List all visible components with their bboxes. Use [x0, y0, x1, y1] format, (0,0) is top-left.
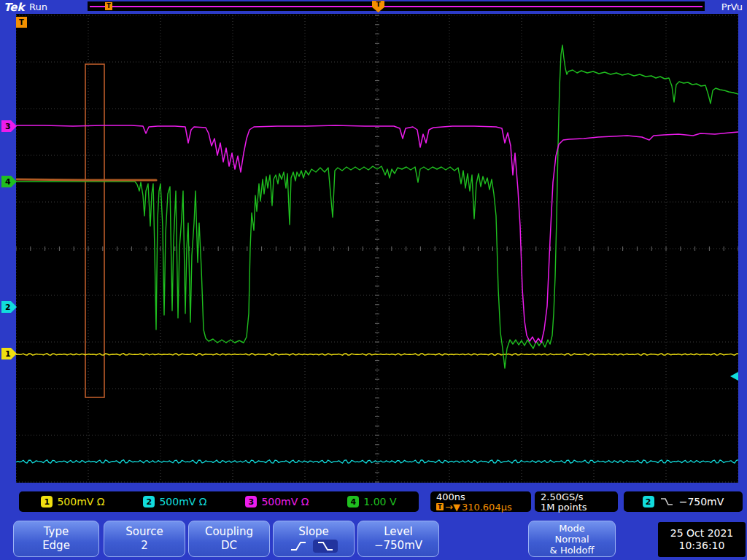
trigger-indicator-icon: T — [16, 17, 27, 28]
ch4-scale: 1.00 V — [363, 496, 396, 508]
ch3-badge: 3 — [245, 496, 257, 508]
falling-edge-icon — [317, 540, 334, 552]
zoom-window-box — [85, 64, 104, 397]
ch4-readout: 4 1.00 V — [347, 496, 396, 508]
acquisition-mode-label: PrVu — [721, 1, 743, 12]
ch2-badge: 2 — [143, 496, 155, 508]
coupling-title: Coupling — [205, 525, 253, 539]
slope-options — [290, 540, 338, 553]
ch1-scale: 500mV Ω — [57, 496, 104, 508]
waveform-display — [16, 14, 738, 483]
ch4-badge: 4 — [347, 496, 359, 508]
slope-selected — [313, 540, 338, 553]
level-value: −750mV — [374, 539, 422, 553]
oscilloscope-frame: Tek Run T T PrVu 1 500mV Ω 2 500mV Ω 3 5… — [0, 0, 747, 560]
ch2-trace — [16, 460, 738, 464]
ch3-readout: 3 500mV Ω — [245, 496, 309, 508]
falling-edge-icon — [660, 497, 673, 507]
ch3-scale: 500mV Ω — [261, 496, 309, 508]
type-title: Type — [44, 525, 69, 539]
timebase-value: 400ns — [436, 492, 465, 502]
menu-button-slope[interactable]: Slope — [273, 521, 355, 557]
menu-button-level[interactable]: Level −750mV — [357, 521, 439, 557]
date-value: 25 Oct 2021 — [670, 527, 734, 540]
channel-3-position-marker: 3 — [1, 120, 17, 132]
record-trigger-flag-icon: T — [105, 2, 112, 10]
level-title: Level — [384, 525, 413, 539]
record-view-strip: T — [88, 1, 705, 11]
trigger-position-value: 310.604µs — [462, 502, 512, 512]
channel-4-position-marker: 4 — [1, 176, 17, 187]
record-length-value: 1M points — [541, 502, 587, 512]
acquisition-status: Run — [29, 1, 47, 12]
coupling-value: DC — [221, 539, 237, 553]
menu-button-type[interactable]: Type Edge — [13, 521, 99, 557]
acquisition-readout: 2.50GS/s 1M points — [535, 491, 618, 512]
mode-value2: & Holdoff — [550, 545, 595, 556]
ch2-scale: 500mV Ω — [159, 496, 206, 508]
ch1-readout: 1 500mV Ω — [41, 496, 104, 508]
menu-button-coupling[interactable]: Coupling DC — [188, 521, 270, 557]
trigger-readout: 2 −750mV — [624, 491, 743, 512]
source-value: 2 — [141, 539, 148, 553]
timebase-readout: 400ns T →▼ 310.604µs — [430, 491, 531, 512]
ch4-trace — [16, 45, 738, 368]
trigger-source-badge: 2 — [643, 496, 654, 508]
source-title: Source — [125, 525, 163, 539]
trigger-position-readout: T →▼ 310.604µs — [436, 502, 512, 512]
ch1-badge: 1 — [41, 496, 53, 508]
time-value: 10:36:10 — [679, 540, 725, 552]
menu-button-source[interactable]: Source 2 — [104, 521, 185, 557]
ch2-readout: 2 500mV Ω — [143, 496, 206, 508]
type-value: Edge — [42, 539, 70, 553]
record-waveform-preview — [90, 6, 703, 7]
channel-1-position-marker: 1 — [1, 348, 17, 359]
tek-logo: Tek — [4, 1, 24, 14]
rising-edge-icon — [290, 540, 307, 552]
menu-button-mode[interactable]: Mode Normal & Holdoff — [528, 521, 616, 557]
mode-value: Normal — [554, 534, 589, 545]
trigger-level-value: −750mV — [679, 496, 724, 508]
channel-2-position-marker: 2 — [1, 301, 17, 313]
channel-scale-readouts: 1 500mV Ω 2 500mV Ω 3 500mV Ω 4 1.00 V — [19, 491, 419, 512]
slope-title: Slope — [298, 525, 329, 539]
datetime-display: 25 Oct 2021 10:36:10 — [658, 522, 746, 557]
mode-title: Mode — [559, 523, 584, 534]
ref-trace — [16, 179, 156, 180]
waveform-svg — [16, 14, 738, 483]
trigger-position-arrows-icon: →▼ — [445, 502, 460, 512]
trigger-flag-icon: T — [436, 503, 444, 510]
sample-rate-value: 2.50GS/s — [541, 492, 583, 502]
